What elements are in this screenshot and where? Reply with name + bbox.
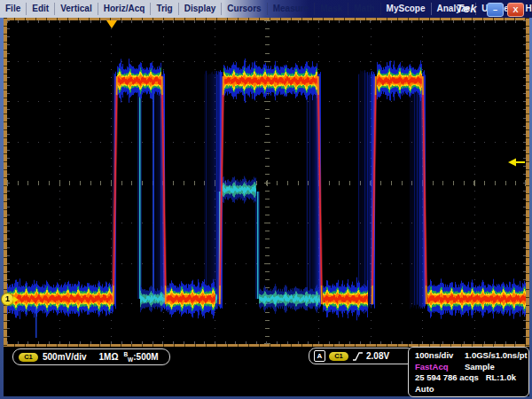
acq-count-row: 25 594 786 acqs RL:1.0k xyxy=(415,372,522,384)
menu-display[interactable]: Display xyxy=(179,3,223,15)
sample-rate-value: 1.0GS/s xyxy=(465,350,496,362)
acq-count-value: 25 594 786 acqs xyxy=(415,372,479,384)
menu-file[interactable]: File xyxy=(0,3,27,15)
menu-measure[interactable]: Measure xyxy=(268,3,316,15)
channel1-readout[interactable]: C1 500mV/div 1MΩ BW:500M xyxy=(12,348,170,365)
trigger-readout[interactable]: A C1 2.08V xyxy=(309,348,414,364)
menu-vertical[interactable]: Vertical xyxy=(55,3,98,15)
fastacq-status: FastAcq xyxy=(415,362,465,373)
menu-cursors[interactable]: Cursors xyxy=(222,3,267,15)
channel1-badge: C1 xyxy=(19,353,38,362)
trigger-level-value: 2.08V xyxy=(366,351,389,361)
horizontal-acquisition-readout[interactable]: 100ns/div 1.0GS/s 1.0ns/pt FastAcq Sampl… xyxy=(408,347,529,397)
channel1-scale: 500mV/div xyxy=(43,352,86,362)
rising-edge-icon xyxy=(352,351,364,362)
channel1-impedance: 1MΩ xyxy=(98,352,118,362)
trigger-mode-value: Auto xyxy=(415,384,434,395)
minimize-button[interactable]: – xyxy=(487,3,504,17)
timebase-row: 100ns/div 1.0GS/s 1.0ns/pt xyxy=(415,350,522,362)
menu-bar: File Edit Vertical Horiz/Acq Trig Displa… xyxy=(0,0,532,18)
oscilloscope-screen: { "menu": { "items": ["File","Edit","Ver… xyxy=(0,0,532,399)
menu-mask[interactable]: Mask xyxy=(315,3,348,15)
acq-style-value: Sample xyxy=(465,362,495,373)
trigger-level-marker[interactable] xyxy=(507,157,526,168)
channel1-bandwidth: BW:500M xyxy=(123,351,158,363)
menu-math[interactable]: Math xyxy=(348,3,380,15)
tek-logo: Tek xyxy=(457,2,477,15)
channel1-marker[interactable]: 1 xyxy=(1,293,14,306)
graticule-frame-right xyxy=(526,18,529,347)
channel1-marker-arrow xyxy=(13,296,19,303)
resolution-value: 1.0ns/pt xyxy=(496,350,528,362)
trigger-channel-badge: C1 xyxy=(329,352,348,361)
menu-edit[interactable]: Edit xyxy=(27,3,55,15)
menu-horiz-acq[interactable]: Horiz/Acq xyxy=(98,3,152,15)
timebase-value: 100ns/div xyxy=(415,350,465,362)
trigger-mode-row: Auto xyxy=(415,384,522,395)
menu-trig[interactable]: Trig xyxy=(151,3,178,15)
acq-mode-row: FastAcq Sample xyxy=(415,362,522,373)
menu-myscope[interactable]: MyScope xyxy=(381,3,432,15)
record-length-value: RL:1.0k xyxy=(486,372,516,384)
trigger-position-marker[interactable] xyxy=(106,20,117,28)
waveform-display xyxy=(7,20,526,344)
trigger-source-badge: A xyxy=(314,350,325,362)
close-button[interactable]: X xyxy=(507,3,524,17)
